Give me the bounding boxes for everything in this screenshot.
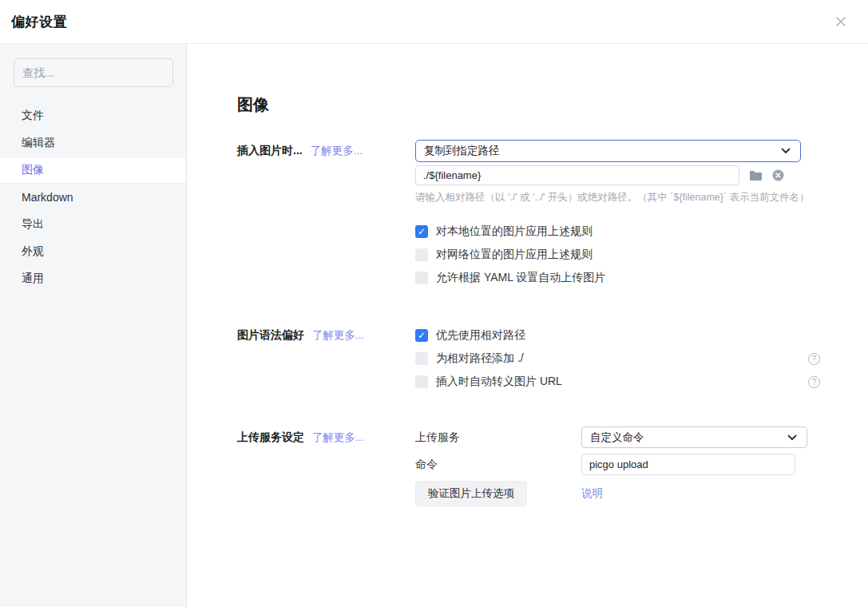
- checkbox-row[interactable]: 插入时自动转义图片 URL: [415, 374, 820, 390]
- uploader-select-value: 自定义命令: [590, 430, 644, 445]
- sidebar-nav: 文件 编辑器 图像 Markdown 导出 外观: [0, 102, 186, 292]
- section-insert-image: 插入图片时... 了解更多... 复制到指定路径: [237, 140, 868, 293]
- sidebar-item[interactable]: 导出: [0, 211, 186, 238]
- upload-service-label: 上传服务设定: [237, 430, 304, 445]
- checkbox[interactable]: [415, 375, 428, 388]
- search-input[interactable]: [22, 66, 164, 79]
- sidebar-item-label: Markdown: [22, 191, 73, 204]
- checkbox-row[interactable]: 优先使用相对路径: [415, 327, 820, 343]
- copy-path-input[interactable]: [415, 165, 739, 185]
- uploader-label: 上传服务: [415, 430, 581, 445]
- search-box[interactable]: [14, 58, 173, 87]
- sidebar-item-label: 导出: [22, 217, 44, 232]
- window-title: 偏好设置: [11, 13, 67, 31]
- uploader-select[interactable]: 自定义命令: [581, 426, 807, 448]
- settings-panel: 图像 插入图片时... 了解更多... 复制到指定路径: [187, 44, 868, 607]
- checkbox-label: 允许根据 YAML 设置自动上传图片: [436, 271, 605, 285]
- validate-upload-button[interactable]: 验证图片上传选项: [415, 481, 527, 506]
- clear-path-button[interactable]: [772, 169, 784, 181]
- checkbox-label: 对网络位置的图片应用上述规则: [436, 248, 593, 262]
- image-syntax-label: 图片语法偏好: [237, 328, 304, 343]
- checkbox-row[interactable]: 为相对路径添加 ./: [415, 351, 820, 367]
- chevron-down-icon: [787, 434, 797, 441]
- checkbox-row[interactable]: 允许根据 YAML 设置自动上传图片: [415, 270, 820, 286]
- help-icon[interactable]: [808, 353, 820, 365]
- checkbox[interactable]: [415, 272, 428, 284]
- sidebar-item[interactable]: Markdown: [0, 184, 186, 211]
- checkbox-row[interactable]: 对网络位置的图片应用上述规则: [415, 247, 820, 263]
- insert-learn-more-link[interactable]: 了解更多...: [311, 144, 363, 158]
- sidebar: 文件 编辑器 图像 Markdown 导出 外观: [0, 44, 187, 607]
- command-label: 命令: [415, 458, 581, 472]
- folder-icon: [749, 170, 763, 181]
- checkbox-label: 对本地位置的图片应用上述规则: [436, 224, 593, 239]
- checkbox[interactable]: [415, 352, 428, 365]
- browse-folder-button[interactable]: [749, 170, 763, 181]
- titlebar: 偏好设置: [0, 0, 868, 44]
- syntax-checkboxes: 优先使用相对路径 为相对路径添加 ./ 插入时自动转义图片 URL: [415, 327, 868, 390]
- clear-circle-icon: [772, 169, 784, 181]
- path-hint-text: 请输入相对路径（以 './' 或 '../' 开头）或绝对路径。（其中 `${f…: [415, 191, 868, 204]
- insert-image-label: 插入图片时...: [237, 144, 303, 158]
- insert-checkboxes: 对本地位置的图片应用上述规则 对网络位置的图片应用上述规则 允许根据 YAM: [415, 224, 868, 286]
- command-input[interactable]: [581, 454, 795, 475]
- sidebar-item-label: 编辑器: [22, 136, 55, 150]
- syntax-learn-more-link[interactable]: 了解更多...: [312, 328, 364, 343]
- section-upload-service: 上传服务设定 了解更多... 上传服务 自定义命令 命令 验证图片上传: [237, 426, 868, 506]
- checkbox-row[interactable]: 对本地位置的图片应用上述规则: [415, 224, 820, 240]
- checkbox-label: 优先使用相对路径: [436, 328, 525, 343]
- checkbox-label: 插入时自动转义图片 URL: [436, 375, 562, 389]
- sidebar-item[interactable]: 图像: [0, 157, 186, 184]
- docs-link[interactable]: 说明: [581, 486, 868, 501]
- checkbox[interactable]: [415, 248, 428, 261]
- image-action-select-value: 复制到指定路径: [424, 144, 500, 158]
- checkbox[interactable]: [415, 225, 428, 238]
- checkbox[interactable]: [415, 329, 428, 342]
- checkbox-label: 为相对路径添加 ./: [436, 351, 524, 366]
- sidebar-item-label: 通用: [22, 272, 44, 286]
- page-title: 图像: [237, 94, 868, 116]
- image-action-select[interactable]: 复制到指定路径: [415, 140, 801, 162]
- sidebar-item-label: 图像: [22, 163, 44, 177]
- close-icon: [834, 14, 848, 29]
- help-icon[interactable]: [808, 376, 820, 388]
- section-image-syntax: 图片语法偏好 了解更多... 优先使用相对路径 为相: [237, 327, 868, 397]
- upload-learn-more-link[interactable]: 了解更多...: [312, 430, 364, 445]
- sidebar-item-label: 文件: [22, 109, 44, 123]
- sidebar-item-label: 外观: [22, 244, 44, 259]
- chevron-down-icon: [781, 148, 791, 154]
- sidebar-item[interactable]: 外观: [0, 238, 186, 265]
- sidebar-item[interactable]: 文件: [0, 102, 186, 129]
- sidebar-item[interactable]: 通用: [0, 265, 186, 292]
- sidebar-item[interactable]: 编辑器: [0, 129, 186, 157]
- close-button[interactable]: [831, 12, 850, 31]
